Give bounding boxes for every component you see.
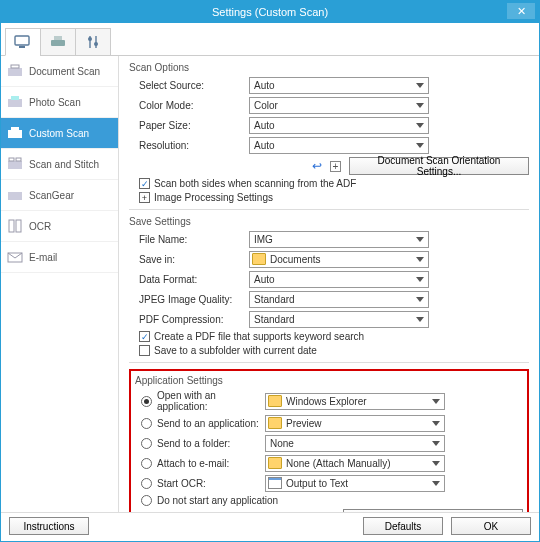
resolution-combo[interactable]: Auto xyxy=(249,137,429,154)
svg-rect-12 xyxy=(8,130,22,138)
svg-point-7 xyxy=(94,42,98,46)
attach-email-label: Attach to e-mail: xyxy=(157,458,265,469)
color-mode-combo[interactable]: Color xyxy=(249,97,429,114)
title-bar: Settings (Custom Scan) ✕ xyxy=(1,1,539,23)
start-ocr-label: Start OCR: xyxy=(157,478,265,489)
scanner-icon xyxy=(49,35,67,49)
sidebar-item-label: Custom Scan xyxy=(29,128,89,139)
select-source-combo[interactable]: Auto xyxy=(249,77,429,94)
sidebar-item-email[interactable]: E-mail xyxy=(1,242,118,273)
scan-options-heading: Scan Options xyxy=(129,62,529,73)
sidebar-item-scan-and-stitch[interactable]: Scan and Stitch xyxy=(1,149,118,180)
svg-rect-17 xyxy=(8,192,22,200)
application-settings-group: Application Settings Open with an applic… xyxy=(129,369,529,512)
file-name-label: File Name: xyxy=(129,234,249,245)
mode-tabs xyxy=(1,23,539,56)
send-app-radio[interactable] xyxy=(141,418,152,429)
subfolder-checkbox[interactable] xyxy=(139,345,150,356)
start-ocr-combo[interactable]: Output to Text xyxy=(265,475,445,492)
sidebar-item-photo-scan[interactable]: Photo Scan xyxy=(1,87,118,118)
do-not-start-label: Do not start any application xyxy=(157,495,278,506)
sidebar-item-label: ScanGear xyxy=(29,190,74,201)
folder-icon xyxy=(268,457,282,469)
custom-scan-icon xyxy=(7,126,23,140)
create-pdf-checkbox[interactable] xyxy=(139,331,150,342)
divider xyxy=(129,362,529,363)
application-settings-heading: Application Settings xyxy=(135,375,523,386)
defaults-button[interactable]: Defaults xyxy=(363,517,443,535)
paper-size-label: Paper Size: xyxy=(129,120,249,131)
settings-window: Settings (Custom Scan) ✕ Document Scan P… xyxy=(0,0,540,542)
sidebar-item-label: Document Scan xyxy=(29,66,100,77)
open-with-combo[interactable]: Windows Explorer xyxy=(265,393,445,410)
file-name-combo[interactable]: IMG xyxy=(249,231,429,248)
svg-rect-13 xyxy=(11,127,19,130)
refresh-arrow-icon: ↩ xyxy=(312,159,322,173)
svg-rect-16 xyxy=(16,158,21,161)
sidebar-item-custom-scan[interactable]: Custom Scan xyxy=(1,118,118,149)
svg-rect-1 xyxy=(19,46,25,48)
monitor-icon xyxy=(14,35,32,49)
window-title: Settings (Custom Scan) xyxy=(212,6,328,18)
text-doc-icon xyxy=(268,477,282,489)
tab-scan-from-panel[interactable] xyxy=(40,28,76,56)
scan-both-sides-label: Scan both sides when scanning from the A… xyxy=(154,178,356,189)
start-ocr-radio[interactable] xyxy=(141,478,152,489)
divider xyxy=(129,209,529,210)
sidebar-item-scangear[interactable]: ScanGear xyxy=(1,180,118,211)
sidebar-item-ocr[interactable]: OCR xyxy=(1,211,118,242)
data-format-label: Data Format: xyxy=(129,274,249,285)
image-processing-expand[interactable]: + xyxy=(139,192,150,203)
ok-button[interactable]: OK xyxy=(451,517,531,535)
svg-rect-14 xyxy=(8,161,22,169)
instructions-button[interactable]: Instructions xyxy=(9,517,89,535)
pdf-compression-label: PDF Compression: xyxy=(129,314,249,325)
folder-icon xyxy=(268,417,282,429)
sidebar-item-label: OCR xyxy=(29,221,51,232)
scangear-icon xyxy=(7,188,23,202)
save-in-combo[interactable]: Documents xyxy=(249,251,429,268)
svg-rect-8 xyxy=(8,68,22,76)
create-pdf-label: Create a PDF file that supports keyword … xyxy=(154,331,364,342)
orientation-settings-button[interactable]: Document Scan Orientation Settings... xyxy=(349,157,529,175)
save-settings-heading: Save Settings xyxy=(129,216,529,227)
data-format-combo[interactable]: Auto xyxy=(249,271,429,288)
tab-general-settings[interactable] xyxy=(75,28,111,56)
jpeg-quality-combo[interactable]: Standard xyxy=(249,291,429,308)
send-folder-combo[interactable]: None xyxy=(265,435,445,452)
save-in-label: Save in: xyxy=(129,254,249,265)
paper-size-combo[interactable]: Auto xyxy=(249,117,429,134)
folder-icon xyxy=(268,395,282,407)
attach-email-radio[interactable] xyxy=(141,458,152,469)
close-button[interactable]: ✕ xyxy=(507,3,535,19)
tab-scan-from-computer[interactable] xyxy=(5,28,41,56)
resolution-label: Resolution: xyxy=(129,140,249,151)
attach-email-combo[interactable]: None (Attach Manually) xyxy=(265,455,445,472)
svg-rect-15 xyxy=(9,158,14,161)
svg-rect-2 xyxy=(51,40,65,46)
main-panel: Scan Options Select Source: Auto Color M… xyxy=(119,56,539,512)
document-scan-icon xyxy=(7,64,23,78)
sidebar-item-document-scan[interactable]: Document Scan xyxy=(1,56,118,87)
scan-options-group: Scan Options Select Source: Auto Color M… xyxy=(129,62,529,203)
send-folder-radio[interactable] xyxy=(141,438,152,449)
jpeg-quality-label: JPEG Image Quality: xyxy=(129,294,249,305)
email-icon xyxy=(7,250,23,264)
pdf-compression-combo[interactable]: Standard xyxy=(249,311,429,328)
open-with-radio[interactable] xyxy=(141,396,152,407)
svg-point-6 xyxy=(88,37,92,41)
svg-rect-11 xyxy=(11,96,19,100)
send-folder-label: Send to a folder: xyxy=(157,438,265,449)
color-mode-label: Color Mode: xyxy=(129,100,249,111)
do-not-start-radio[interactable] xyxy=(141,495,152,506)
ocr-icon xyxy=(7,219,23,233)
save-settings-group: Save Settings File Name: IMG Save in: Do… xyxy=(129,216,529,356)
send-app-combo[interactable]: Preview xyxy=(265,415,445,432)
sidebar: Document Scan Photo Scan Custom Scan Sca… xyxy=(1,56,119,512)
footer: Instructions Defaults OK xyxy=(1,512,539,541)
folder-icon xyxy=(252,253,266,265)
svg-rect-10 xyxy=(8,99,22,107)
image-processing-label: Image Processing Settings xyxy=(154,192,273,203)
scan-both-sides-checkbox[interactable] xyxy=(139,178,150,189)
photo-scan-icon xyxy=(7,95,23,109)
